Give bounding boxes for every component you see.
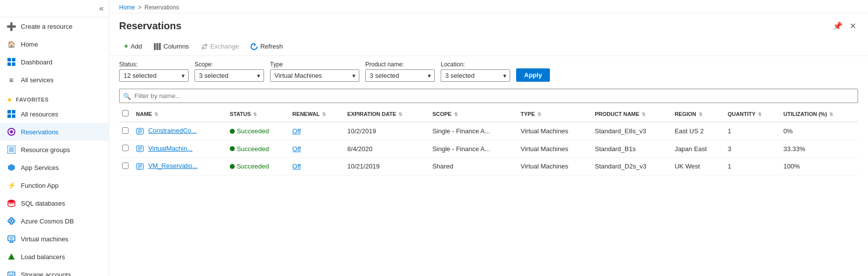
sidebar-item-label: Home [21, 41, 38, 48]
collapse-icon[interactable]: « [99, 4, 104, 13]
close-icon[interactable]: ✕ [848, 19, 858, 33]
svg-rect-29 [156, 43, 158, 50]
cell-utilization: 100% [781, 158, 858, 175]
col-expiration[interactable]: EXPIRATION DATE ⇅ [344, 106, 429, 122]
sidebar-item-storage-accounts[interactable]: Storage accounts [0, 266, 109, 276]
search-input[interactable] [119, 89, 858, 103]
function-app-icon: ⚡ [7, 181, 16, 190]
cell-name: VirtualMachin... [133, 140, 227, 158]
col-region[interactable]: REGION ⇅ [671, 106, 725, 122]
svg-rect-4 [7, 110, 11, 113]
storage-accounts-icon [7, 270, 16, 276]
type-filter-select[interactable]: Virtual Machines [270, 69, 359, 82]
sidebar-item-load-balancers[interactable]: Load balancers [0, 248, 109, 266]
sidebar-item-all-resources[interactable]: All resources [0, 105, 109, 123]
status-filter-select[interactable]: 12 selected [119, 69, 189, 82]
sidebar-item-dashboard[interactable]: Dashboard [0, 53, 109, 71]
cell-quantity: 1 [725, 158, 780, 175]
main-content: Home > Reservations Reservations 📌 ✕ + A… [109, 0, 868, 276]
select-all-checkbox[interactable] [122, 110, 129, 116]
col-name[interactable]: NAME ⇅ [133, 106, 227, 122]
virtual-machines-icon [7, 234, 16, 243]
sidebar-item-sql-databases[interactable]: SQL databases [0, 194, 109, 212]
cell-utilization: 33.33% [781, 140, 858, 158]
exchange-button[interactable]: Exchange [196, 40, 244, 53]
sidebar-item-virtual-machines[interactable]: Virtual machines [0, 230, 109, 248]
type-filter-wrap: Virtual Machines [270, 69, 359, 82]
product-filter-label: Product name: [365, 61, 435, 68]
favorites-label: ★ FAVORITES [0, 93, 109, 105]
sidebar-collapse-button[interactable]: « [0, 0, 109, 17]
scope-filter-wrap: 3 selected [195, 69, 264, 82]
svg-marker-31 [254, 43, 256, 46]
select-all-checkbox-cell [119, 106, 133, 122]
col-product[interactable]: PRODUCT NAME ⇅ [592, 106, 672, 122]
status-badge: Succeeded [230, 163, 286, 170]
location-filter-select[interactable]: 3 selected [441, 69, 510, 82]
svg-rect-0 [7, 58, 11, 61]
row-checkbox[interactable] [122, 127, 129, 134]
row-checkbox[interactable] [122, 163, 129, 169]
type-filter-label: Type [270, 61, 359, 68]
sidebar-item-resource-groups[interactable]: Resource groups [0, 141, 109, 159]
reservation-name-link[interactable]: VM_Reservatio... [148, 162, 198, 169]
plus-icon: ➕ [7, 22, 16, 31]
scope-filter-group: Scope: 3 selected [195, 61, 264, 82]
svg-rect-25 [9, 274, 10, 276]
apply-button[interactable]: Apply [516, 68, 550, 82]
renewal-link[interactable]: Off [292, 145, 301, 153]
cell-type: Virtual Machines [518, 122, 592, 140]
search-bar: 🔍 [109, 86, 868, 106]
sidebar-item-label: Virtual machines [21, 235, 68, 243]
renewal-link[interactable]: Off [292, 127, 301, 135]
refresh-button[interactable]: Refresh [246, 40, 288, 53]
col-quantity[interactable]: QUANTITY ⇅ [725, 106, 780, 122]
col-status[interactable]: STATUS ⇅ [227, 106, 289, 122]
cell-quantity: 3 [725, 140, 780, 158]
columns-button[interactable]: Columns [149, 40, 194, 53]
col-renewal[interactable]: RENEWAL ⇅ [289, 106, 344, 122]
cell-renewal: Off [289, 158, 344, 175]
all-resources-icon [7, 110, 16, 118]
sidebar-item-function-app[interactable]: ⚡ Function App [0, 176, 109, 194]
col-scope[interactable]: SCOPE ⇅ [429, 106, 518, 122]
add-button[interactable]: + Add [119, 40, 147, 53]
columns-icon [154, 42, 161, 50]
sidebar-item-label: Storage accounts [21, 271, 71, 276]
product-filter-wrap: 3 selected [365, 69, 435, 82]
sort-icon-product: ⇅ [642, 112, 646, 117]
sidebar-item-create-resource[interactable]: ➕ Create a resource [0, 17, 109, 35]
reservation-icon [136, 163, 144, 170]
sidebar-item-azure-cosmos-db[interactable]: Azure Cosmos DB [0, 212, 109, 230]
sidebar-item-label: Function App [21, 182, 59, 189]
pin-icon[interactable]: 📌 [831, 19, 845, 33]
product-filter-select[interactable]: 3 selected [365, 69, 435, 82]
sidebar-item-label: Reservations [21, 128, 59, 136]
status-dot-icon [230, 129, 235, 134]
col-type[interactable]: TYPE ⇅ [518, 106, 592, 122]
table-header-row: NAME ⇅ STATUS ⇅ RENEWAL ⇅ EXPIRATION DAT… [119, 106, 858, 122]
type-filter-group: Type Virtual Machines [270, 61, 359, 82]
sidebar-item-reservations[interactable]: Reservations [0, 123, 109, 141]
row-checkbox[interactable] [122, 145, 129, 151]
sidebar-item-app-services[interactable]: App Services [0, 159, 109, 176]
status-badge: Succeeded [230, 145, 286, 153]
cell-status: Succeeded [227, 140, 289, 158]
sidebar-item-home[interactable]: 🏠 Home [0, 35, 109, 53]
scope-filter-select[interactable]: 3 selected [195, 69, 264, 82]
sql-databases-icon [7, 199, 16, 208]
svg-rect-6 [7, 114, 11, 118]
breadcrumb-home[interactable]: Home [119, 4, 135, 11]
status-badge: Succeeded [230, 127, 286, 135]
page-header: Reservations 📌 ✕ [109, 13, 868, 37]
col-utilization[interactable]: UTILIZATION (%) ⇅ [781, 106, 858, 122]
row-checkbox-cell [119, 122, 133, 140]
reservation-name-link[interactable]: VirtualMachin... [148, 145, 193, 152]
sidebar-item-all-services[interactable]: ≡ All services [0, 71, 109, 89]
location-filter-group: Location: 3 selected [441, 61, 510, 82]
svg-rect-18 [9, 237, 13, 240]
cell-expiration: 10/21/2019 [344, 158, 429, 175]
reservation-name-link[interactable]: ConstrainedCo... [148, 127, 197, 134]
renewal-link[interactable]: Off [292, 163, 301, 170]
sidebar-item-label: App Services [21, 164, 59, 171]
